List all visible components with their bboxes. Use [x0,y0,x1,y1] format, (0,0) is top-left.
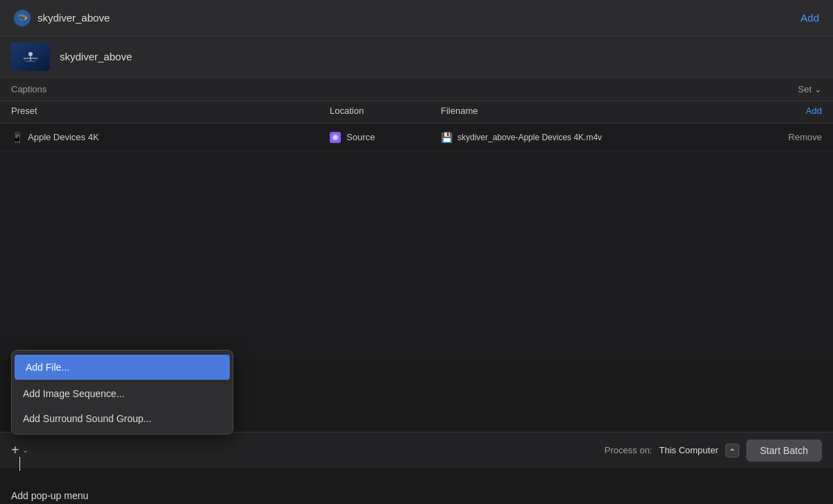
preset-value: Apple Devices 4K [28,132,99,142]
remove-cell: Remove [759,132,822,142]
add-popup-menu: Add File... Add Image Sequence... Add Su… [11,350,233,435]
plus-icon: + [11,442,19,458]
filename-value: skydiver_above-Apple Devices 4K.m4v [457,133,602,142]
table-row: 📱 Apple Devices 4K Source 💾 skydiver_abo… [0,124,833,151]
process-on-label: Process on: [605,445,653,455]
location-cell: Source [330,132,441,143]
title-bar-left: 🪂 skydiver_above [14,10,110,26]
process-stepper[interactable] [725,444,739,457]
filename-cell: 💾 skydiver_above-Apple Devices 4K.m4v [441,132,759,143]
file-name: skydiver_above [60,51,132,62]
window-title: skydiver_above [37,12,110,24]
set-button[interactable]: Set ⌄ [798,84,822,94]
process-area: Process on: This Computer Start Batch [605,439,822,462]
file-thumbnail [11,43,50,71]
caption-line [19,457,20,471]
menu-item-add-file[interactable]: Add File... [15,355,230,380]
add-plus-button[interactable]: + ⌄ [11,442,28,458]
menu-item-add-surround-sound[interactable]: Add Surround Sound Group... [12,406,233,431]
svg-text:🪂: 🪂 [17,13,28,24]
set-chevron-icon: ⌄ [814,84,822,94]
col-filename-header: Filename [441,106,759,119]
svg-point-4 [28,52,33,56]
process-on-value: This Computer [659,445,718,455]
bottom-caption: Add pop-up menu [11,490,88,501]
location-value: Source [346,132,375,142]
add-output-button[interactable]: Add [759,106,822,119]
empty-table-area [0,151,833,360]
phone-icon: 📱 [11,132,22,143]
captions-row: Captions Set ⌄ [0,78,833,101]
start-batch-button[interactable]: Start Batch [746,439,822,462]
bottom-bar: + ⌄ Process on: This Computer Start Batc… [0,432,833,468]
title-add-button[interactable]: Add [800,12,819,24]
set-label: Set [798,84,811,94]
preset-cell: 📱 Apple Devices 4K [11,132,330,143]
chevron-down-icon: ⌄ [22,446,28,455]
col-preset-header: Preset [11,106,330,119]
captions-label: Captions [11,84,47,94]
file-doc-icon: 💾 [441,132,452,143]
remove-button[interactable]: Remove [789,132,822,142]
file-header: skydiver_above [0,36,833,78]
col-location-header: Location [330,106,441,119]
table-header: Preset Location Filename Add [0,101,833,124]
title-bar: 🪂 skydiver_above Add [0,0,833,36]
menu-item-add-image-sequence[interactable]: Add Image Sequence... [12,381,233,406]
app-icon: 🪂 [14,10,31,26]
source-icon [330,132,341,143]
svg-point-11 [333,135,337,140]
